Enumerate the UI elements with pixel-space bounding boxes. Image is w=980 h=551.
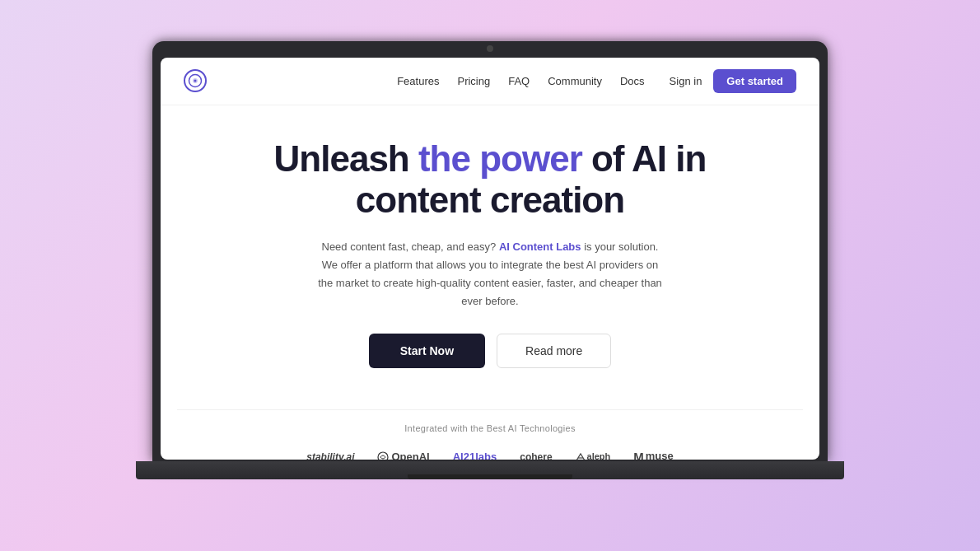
nav-links: Features Pricing FAQ Community Docs (397, 73, 644, 88)
nav-docs[interactable]: Docs (620, 75, 645, 87)
nav-features[interactable]: Features (397, 75, 439, 87)
integration-ai21: AI21labs (453, 451, 497, 459)
logo (184, 69, 207, 92)
integrations-label: Integrated with the Best AI Technologies (177, 423, 803, 433)
hero-title: Unleash the power of AI in content creat… (274, 138, 707, 222)
get-started-button[interactable]: Get started (713, 69, 796, 93)
integration-stability: stability.ai (306, 451, 354, 460)
start-now-button[interactable]: Start Now (369, 334, 485, 368)
laptop-camera (487, 45, 493, 52)
integrations-logos: stability.ai OpenAI AI21labs cohere alep… (177, 443, 803, 459)
hero-section: Unleash the power of AI in content creat… (161, 105, 819, 460)
subtitle-brand: AI Content Labs (499, 240, 581, 253)
hero-title-highlight: the power (418, 138, 582, 179)
integration-cohere: cohere (520, 451, 552, 460)
sign-in-button[interactable]: Sign in (670, 75, 702, 87)
laptop-screen: Features Pricing FAQ Community Docs Sign… (161, 58, 819, 460)
integration-openai: OpenAI (377, 451, 429, 460)
hero-buttons: Start Now Read more (369, 334, 612, 368)
integrations-section: Integrated with the Best AI Technologies… (177, 409, 803, 459)
hero-title-part2: of AI in (582, 138, 707, 179)
laptop-base (136, 461, 844, 479)
nav-community[interactable]: Community (548, 75, 602, 87)
subtitle-pre: Need content fast, cheap, and easy? (322, 240, 499, 253)
hero-title-part1: Unleash (274, 138, 418, 179)
hero-title-line2: content creation (356, 180, 624, 220)
svg-point-2 (194, 80, 197, 82)
integration-aleph: aleph (576, 451, 611, 459)
read-more-button[interactable]: Read more (497, 334, 611, 368)
hero-subtitle: Need content fast, cheap, and easy? AI C… (313, 238, 667, 311)
nav-actions: Sign in Get started (670, 69, 796, 93)
nav-pricing[interactable]: Pricing (457, 75, 490, 87)
screen-content: Features Pricing FAQ Community Docs Sign… (161, 58, 819, 460)
integration-muse: Mmuse (633, 450, 673, 459)
nav-faq[interactable]: FAQ (508, 75, 530, 87)
logo-icon (184, 69, 207, 92)
laptop-lid: Features Pricing FAQ Community Docs Sign… (152, 41, 828, 461)
navbar: Features Pricing FAQ Community Docs Sign… (161, 58, 819, 105)
laptop-container: Features Pricing FAQ Community Docs Sign… (136, 41, 844, 511)
